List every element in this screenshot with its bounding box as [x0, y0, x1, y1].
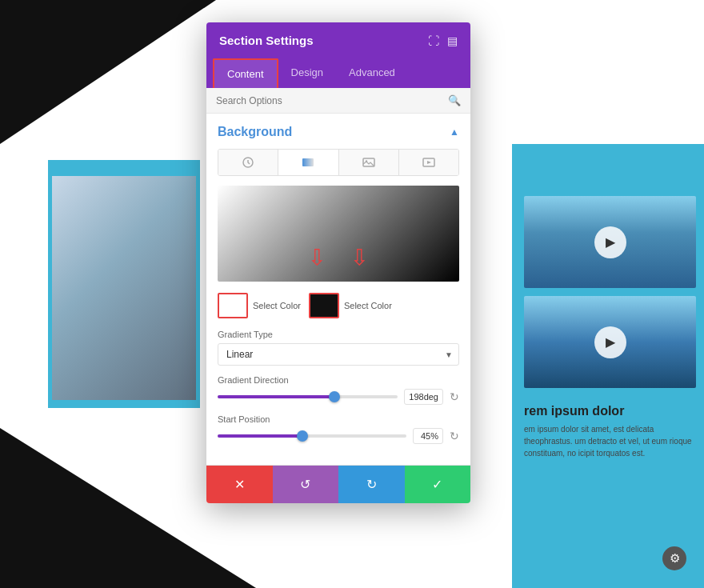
search-icon: 🔍: [448, 94, 461, 106]
color-swatch-white[interactable]: [218, 293, 248, 318]
bg-type-video[interactable]: [399, 150, 458, 175]
red-arrow-left: ⇧: [308, 243, 326, 270]
arrow-overlay: ⇧ ⇧: [218, 186, 459, 282]
gradient-direction-row: Gradient Direction 198deg ↻: [218, 375, 459, 405]
red-arrow-right: ⇧: [350, 243, 369, 270]
redo-button[interactable]: ↻: [338, 466, 405, 503]
bg-img-left: [52, 176, 196, 400]
background-section-header: Background ▲: [218, 125, 459, 139]
start-position-fill: [218, 434, 302, 438]
color-stop-2-label: Select Color: [344, 301, 392, 310]
gradient-direction-thumb[interactable]: [329, 391, 340, 402]
gear-fab[interactable]: ⚙: [662, 546, 686, 570]
bg-type-icons: [218, 149, 459, 176]
tab-advanced[interactable]: Advanced: [336, 58, 408, 88]
gradient-direction-fill: [218, 395, 334, 398]
save-button[interactable]: ✓: [405, 466, 471, 503]
play-button-top[interactable]: ▶: [594, 226, 626, 258]
bg-type-gradient[interactable]: [278, 150, 338, 175]
bg-triangle-top: [0, 0, 216, 144]
start-position-slider-row: 45% ↻: [218, 428, 459, 444]
bg-type-image[interactable]: [339, 150, 399, 175]
color-swatch-black[interactable]: [309, 293, 339, 318]
gradient-direction-track[interactable]: [218, 395, 398, 398]
background-title: Background: [218, 125, 292, 139]
modal-title: Section Settings: [219, 34, 314, 47]
section-settings-modal: Section Settings ⛶ ▤ Content Design Adva…: [206, 22, 470, 503]
modal-toolbar: ✕ ↺ ↻ ✓: [206, 465, 470, 503]
undo-button[interactable]: ↺: [273, 466, 339, 503]
svg-marker-5: [427, 161, 431, 164]
tab-design[interactable]: Design: [278, 58, 336, 88]
collapse-icon[interactable]: ▲: [450, 126, 459, 138]
right-body: em ipsum dolor sit amet, est delicata th…: [524, 423, 696, 459]
right-heading: rem ipsum dolor: [524, 404, 696, 418]
search-input[interactable]: [216, 95, 442, 106]
bg-video-thumbnail-top: ▶: [524, 196, 696, 288]
gradient-type-select-wrapper: Linear Radial Conic ▼: [218, 343, 459, 366]
start-position-track[interactable]: [218, 434, 406, 438]
bg-video-thumbnail-bottom: ▶: [524, 296, 696, 388]
cancel-button[interactable]: ✕: [206, 466, 273, 503]
start-position-label: Start Position: [218, 414, 459, 424]
start-position-thumb[interactable]: [297, 430, 308, 442]
tab-content[interactable]: Content: [213, 58, 278, 88]
gradient-direction-slider-row: 198deg ↻: [218, 389, 459, 405]
bg-type-color[interactable]: [218, 150, 278, 175]
gradient-direction-value: 198deg: [404, 389, 443, 405]
modal-body: Background ▲ ⇧ ⇧: [206, 114, 470, 465]
modal-header-icons: ⛶ ▤: [428, 34, 458, 47]
start-position-value: 45%: [413, 428, 443, 444]
gradient-type-row: Gradient Type Linear Radial Conic ▼: [218, 330, 459, 366]
modal-header: Section Settings ⛶ ▤: [206, 22, 470, 58]
svg-rect-1: [302, 158, 314, 166]
expand-icon[interactable]: ⛶: [428, 34, 439, 47]
columns-icon[interactable]: ▤: [447, 34, 458, 47]
start-position-row: Start Position 45% ↻: [218, 414, 459, 444]
modal-tabs: Content Design Advanced: [206, 58, 470, 88]
gradient-preview: ⇧ ⇧: [218, 186, 459, 282]
color-stop-1-label: Select Color: [253, 301, 301, 310]
search-bar: 🔍: [206, 88, 470, 114]
color-stop-2: Select Color: [309, 293, 392, 318]
color-stops: Select Color Select Color: [218, 293, 459, 318]
color-stop-1: Select Color: [218, 293, 301, 318]
gradient-direction-label: Gradient Direction: [218, 375, 459, 385]
play-button-bottom[interactable]: ▶: [594, 326, 626, 358]
gradient-type-select[interactable]: Linear Radial Conic: [218, 343, 459, 366]
gradient-direction-reset-icon[interactable]: ↻: [450, 390, 459, 403]
right-text-block: rem ipsum dolor em ipsum dolor sit amet,…: [524, 404, 696, 459]
gradient-type-label: Gradient Type: [218, 330, 459, 339]
start-position-reset-icon[interactable]: ↻: [450, 430, 459, 442]
